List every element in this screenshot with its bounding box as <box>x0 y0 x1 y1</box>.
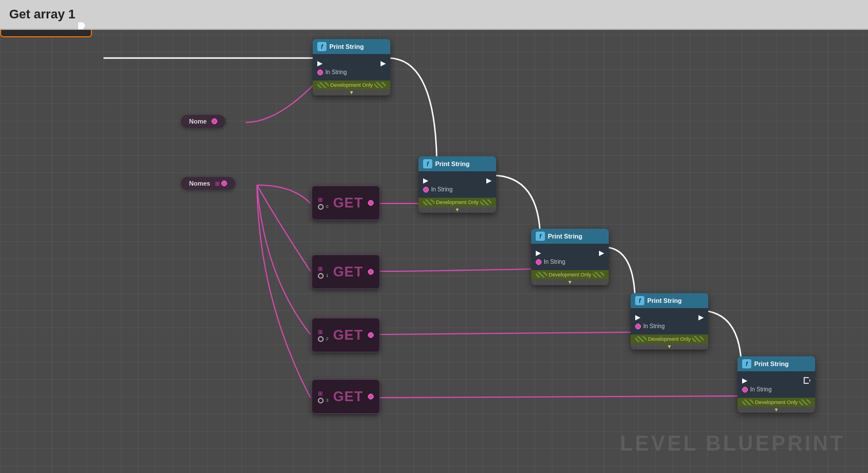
grid-icon-2: ⊞ <box>318 329 322 335</box>
in-string-pin-4 <box>635 324 641 329</box>
page-title: Get array 1 <box>9 7 75 22</box>
get-node-2[interactable]: ⊞ 2 GET <box>312 318 380 352</box>
func-icon-5: f <box>742 359 751 368</box>
print-string-node-5[interactable]: f Print String ▶ In String Development O… <box>738 356 815 413</box>
nome-var-pin <box>212 118 217 124</box>
nome-var-label: Nome <box>189 118 207 125</box>
level-blueprint-watermark: LEVEL BLUEPRINT <box>620 432 845 456</box>
index-pin-0[interactable] <box>318 204 324 210</box>
dev-stripe-2 <box>423 199 435 205</box>
grid-icon-0: ⊞ <box>318 197 322 203</box>
print-title-3: Print String <box>548 233 582 240</box>
expand-arrow-5[interactable]: ▼ <box>738 407 815 413</box>
print-title-1: Print String <box>329 43 364 50</box>
dev-stripe-2b <box>480 199 491 205</box>
func-icon-3: f <box>536 232 545 241</box>
print-string-node-2[interactable]: f Print String ▶ ▶ In String Development… <box>418 156 496 213</box>
nomes-variable-node[interactable]: Nomes ⊞ <box>181 177 235 190</box>
get-label-0: GET <box>333 195 363 211</box>
func-icon-4: f <box>635 296 644 305</box>
get-node-0[interactable]: ⊞ 0 GET <box>312 186 380 220</box>
dev-stripe-5b <box>799 399 811 405</box>
expand-arrow-2[interactable]: ▼ <box>418 207 496 213</box>
dev-stripe-3 <box>536 272 547 278</box>
expand-arrow-4[interactable]: ▼ <box>631 344 708 349</box>
get-out-pin-2 <box>368 332 374 338</box>
print-title-2: Print String <box>435 160 470 167</box>
index-pin-1[interactable] <box>318 273 324 279</box>
print-string-node-4[interactable]: f Print String ▶ ▶ In String Development… <box>631 293 708 349</box>
get-node-1[interactable]: ⊞ 1 GET <box>312 255 380 289</box>
get-out-pin-3 <box>368 394 374 399</box>
dev-only-label-3: Development Only <box>548 272 591 278</box>
in-string-pin-3 <box>536 259 541 265</box>
print-title-4: Print String <box>647 297 682 304</box>
func-icon-2: f <box>423 159 432 168</box>
in-string-pin-5 <box>742 387 748 393</box>
print-string-node-3[interactable]: f Print String ▶ ▶ In String Development… <box>531 229 609 285</box>
nomes-var-label: Nomes <box>189 180 210 187</box>
dev-only-label-5: Development Only <box>755 399 797 405</box>
get-node-3[interactable]: ⊞ 3 GET <box>312 379 380 414</box>
dev-only-label-4: Development Only <box>648 336 690 342</box>
title-bar: Get array 1 <box>0 0 868 30</box>
in-string-pin-2 <box>423 187 429 193</box>
in-string-pin-1 <box>317 70 323 75</box>
print-title-5: Print String <box>754 360 789 367</box>
grid-icon-3: ⊞ <box>318 390 322 397</box>
nomes-var-pin <box>221 180 227 186</box>
nome-variable-node[interactable]: Nome <box>181 115 225 128</box>
expand-arrow-1[interactable]: ▼ <box>313 90 390 95</box>
grid-icon-1: ⊞ <box>318 266 322 272</box>
dev-stripe-4b <box>692 336 704 342</box>
get-label-3: GET <box>333 389 363 405</box>
get-label-1: GET <box>333 264 363 280</box>
dev-stripe-5 <box>742 399 754 405</box>
dev-stripe-1b <box>374 82 386 88</box>
dev-stripe-4 <box>635 336 647 342</box>
dev-stripe-3b <box>593 272 604 278</box>
expand-arrow-3[interactable]: ▼ <box>531 279 609 285</box>
dev-only-label-1: Development Only <box>330 82 372 88</box>
get-label-2: GET <box>333 327 363 343</box>
index-pin-3[interactable] <box>318 398 324 403</box>
get-out-pin-1 <box>368 269 374 275</box>
index-pin-2[interactable] <box>318 336 324 342</box>
dev-only-label-2: Development Only <box>436 199 478 205</box>
func-icon-1: f <box>317 42 327 51</box>
print-string-node-1[interactable]: f Print String ▶ ▶ In String Development… <box>313 39 390 95</box>
get-out-pin-0 <box>368 200 374 206</box>
dev-stripe-1 <box>317 82 329 88</box>
